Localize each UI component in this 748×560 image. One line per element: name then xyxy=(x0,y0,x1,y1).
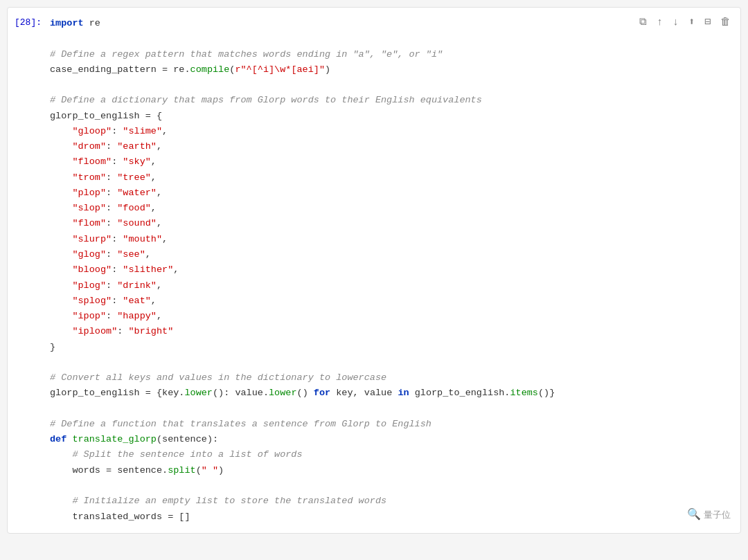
code-line-6: "gloop": "slime", xyxy=(50,124,733,139)
cell-toolbar[interactable]: ⧉ ↑ ↓ ⬆ ⊟ 🗑 xyxy=(639,15,731,31)
move-up-icon[interactable]: ↑ xyxy=(657,15,663,31)
code-line-blank-3 xyxy=(50,355,733,370)
code-line-15: "bloog": "slither", xyxy=(50,262,733,278)
code-line-11: "slop": "food", xyxy=(50,201,733,216)
code-line-blank-5 xyxy=(50,478,733,494)
code-line-1: import re xyxy=(50,16,733,31)
code-line-19: "iploom": "bright" xyxy=(50,324,733,339)
code-line-5: glorp_to_english = { xyxy=(50,109,733,124)
code-line-comment-3: # Convert all keys and values in the dic… xyxy=(50,370,733,386)
code-line-24: def translate_glorp(sentence): xyxy=(50,432,733,447)
code-line-20: } xyxy=(50,340,733,355)
code-line-3: case_ending_pattern = re.compile(r"^[^i]… xyxy=(50,62,733,78)
save-icon[interactable]: ⬆ xyxy=(688,15,695,31)
code-line-comment-1: # Define a regex pattern that matches wo… xyxy=(50,47,733,62)
cell-content: ⧉ ↑ ↓ ⬆ ⊟ 🗑 import re # Define a regex p… xyxy=(47,8,740,533)
code-line-comment-5: # Split the sentence into a list of word… xyxy=(50,447,733,462)
code-line-8: "floom": "sky", xyxy=(50,154,733,170)
delete-icon[interactable]: 🗑 xyxy=(720,15,731,31)
code-line-28: translated_words = [] xyxy=(50,509,733,525)
code-line-7: "drom": "earth", xyxy=(50,139,733,154)
code-line-16: "plog": "drink", xyxy=(50,278,733,293)
code-line-14: "glog": "see", xyxy=(50,247,733,262)
code-line-12: "flom": "sound", xyxy=(50,216,733,231)
code-line-13: "slurp": "mouth", xyxy=(50,232,733,247)
code-line-comment-4: # Define a function that translates a se… xyxy=(50,417,733,432)
cell-label: [28]: xyxy=(8,8,47,533)
move-down-icon[interactable]: ↓ xyxy=(673,15,679,31)
copy-icon[interactable]: ⧉ xyxy=(639,15,647,31)
code-line-blank-1 xyxy=(50,31,733,46)
code-line-18: "ipop": "happy", xyxy=(50,309,733,324)
code-line-comment-6: # Initialize an empty list to store the … xyxy=(50,494,733,509)
notebook-cell: [28]: ⧉ ↑ ↓ ⬆ ⊟ 🗑 import re # Define a r… xyxy=(7,7,741,534)
code-line-17: "splog": "eat", xyxy=(50,293,733,309)
watermark: 🔍 量子位 xyxy=(687,505,731,523)
code-line-blank-4 xyxy=(50,401,733,417)
format-icon[interactable]: ⊟ xyxy=(704,15,711,31)
code-line-9: "trom": "tree", xyxy=(50,170,733,186)
code-line-26: words = sentence.split(" ") xyxy=(50,463,733,478)
code-line-22: glorp_to_english = {key.lower(): value.l… xyxy=(50,386,733,401)
code-line-10: "plop": "water", xyxy=(50,186,733,201)
code-line-comment-2: # Define a dictionary that maps from Glo… xyxy=(50,93,733,108)
code-line-blank-2 xyxy=(50,78,733,93)
